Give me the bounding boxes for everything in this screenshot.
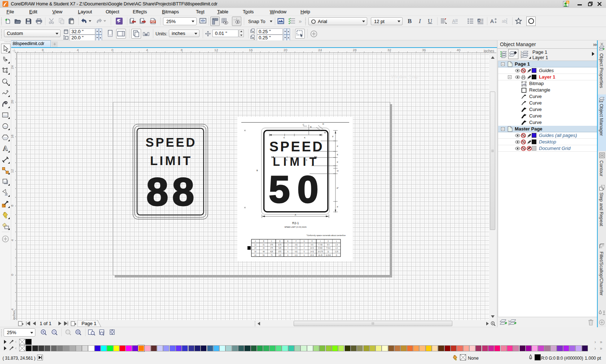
svg-text:625: 625 (278, 247, 281, 249)
svg-text:H: H (337, 170, 338, 172)
svg-text:7.513: 7.513 (326, 247, 330, 249)
svg-text:E: E (310, 126, 312, 128)
svg-text:F: F (337, 161, 338, 163)
svg-text:ab: ab (502, 19, 507, 24)
svg-text:8: 8 (287, 254, 289, 256)
svg-text:11: 11 (328, 251, 329, 253)
svg-text:K: K (306, 159, 307, 161)
svg-text:SPEED LIMIT (X-XX) SIGN: SPEED LIMIT (X-XX) SIGN (284, 226, 306, 228)
svg-text:10 D: 10 D (310, 247, 314, 249)
svg-text:F: F (332, 136, 334, 138)
svg-text:A: A (295, 214, 296, 216)
svg-text:PDF: PDF (151, 21, 155, 23)
svg-text:G: G (303, 240, 305, 242)
svg-text:D: D (336, 254, 337, 256)
svg-text:4: 4 (287, 247, 289, 249)
svg-text:625: 625 (270, 251, 273, 253)
svg-text:5.5: 5.5 (311, 244, 313, 246)
svg-text:6 E: 6 E (295, 251, 297, 253)
svg-text:14.275: 14.275 (318, 251, 323, 253)
svg-text:B: B (263, 240, 264, 242)
svg-text:H: H (311, 240, 313, 242)
svg-text:E75: E75 (278, 244, 282, 246)
svg-text:15 D: 15 D (310, 254, 314, 256)
svg-text:4*: 4* (337, 187, 339, 189)
svg-text:5: 5 (304, 251, 305, 253)
svg-text:2: 2 (304, 244, 305, 246)
svg-text:4 D: 4 D (295, 247, 298, 249)
svg-text:375: 375 (270, 247, 273, 249)
svg-text:D: D (279, 240, 281, 242)
svg-text:LIMIT: LIMIT (150, 154, 190, 168)
svg-text:SPEED: SPEED (269, 139, 322, 154)
svg-text:B: B (256, 169, 258, 172)
svg-text:R2-1: R2-1 (292, 221, 299, 225)
svg-text:31: 31 (263, 244, 265, 246)
svg-text:x: x (254, 31, 255, 34)
svg-text:11.563: 11.563 (326, 254, 331, 256)
svg-text:C: C (303, 124, 304, 126)
svg-text:7.725: 7.725 (318, 244, 322, 246)
svg-text:A: A (452, 18, 456, 24)
svg-text:1.5: 1.5 (335, 244, 338, 246)
svg-text:6: 6 (287, 251, 289, 253)
svg-text:12: 12 (254, 244, 256, 246)
svg-text:2.25: 2.25 (335, 251, 338, 253)
svg-text:2: 2 (508, 323, 510, 325)
svg-text:1: 1 (521, 51, 522, 53)
svg-text:6 D: 6 D (295, 254, 298, 256)
svg-text:125: 125 (278, 254, 281, 256)
svg-text:A: A (478, 19, 480, 22)
svg-text:1: 1 (508, 320, 510, 323)
svg-text:16.25: 16.25 (318, 254, 322, 256)
svg-text:2: 2 (521, 53, 522, 56)
svg-text:S: S (567, 1, 569, 4)
svg-text:24: 24 (254, 247, 256, 249)
svg-text:K: K (284, 137, 285, 139)
svg-text:E: E (287, 240, 288, 242)
svg-text:50: 50 (263, 254, 265, 256)
svg-text:14 E: 14 E (310, 251, 314, 253)
svg-text:D: D (322, 123, 324, 125)
svg-text:875: 875 (278, 251, 281, 253)
svg-text:88: 88 (146, 169, 194, 214)
svg-text:K: K (286, 159, 287, 161)
svg-text:1.0: 1.0 (335, 247, 338, 249)
svg-text:C: C (271, 240, 272, 242)
svg-text:6: 6 (304, 254, 305, 256)
svg-text:30: 30 (263, 247, 265, 249)
svg-text:3: 3 (521, 56, 522, 58)
svg-text:3 E: 3 E (295, 244, 297, 246)
svg-text:9.500: 9.500 (318, 247, 322, 249)
svg-text:30: 30 (254, 251, 256, 253)
svg-text:K: K (304, 137, 306, 139)
svg-text:40: 40 (254, 254, 256, 256)
svg-text:y: y (254, 37, 255, 40)
svg-text:F: F (337, 145, 338, 147)
svg-text:L: L (336, 240, 337, 242)
svg-text:A: A (490, 18, 494, 24)
svg-text:2: 2 (304, 247, 305, 249)
svg-text:A: A (3, 145, 8, 152)
svg-text:LIMIT: LIMIT (273, 155, 316, 168)
svg-text:F: F (296, 240, 297, 242)
svg-text:SPEED: SPEED (146, 136, 195, 149)
svg-text:375: 375 (270, 244, 273, 246)
svg-text:48: 48 (263, 251, 265, 253)
svg-text:F: F (337, 206, 338, 208)
svg-text:3: 3 (287, 244, 289, 246)
svg-text:75: 75 (271, 254, 273, 256)
svg-text:5.5: 5.5 (327, 244, 330, 246)
svg-text:*Uniformly space numerals abou: *Uniformly space numerals about centerli… (307, 234, 346, 236)
svg-text:123: 123 (599, 100, 603, 103)
